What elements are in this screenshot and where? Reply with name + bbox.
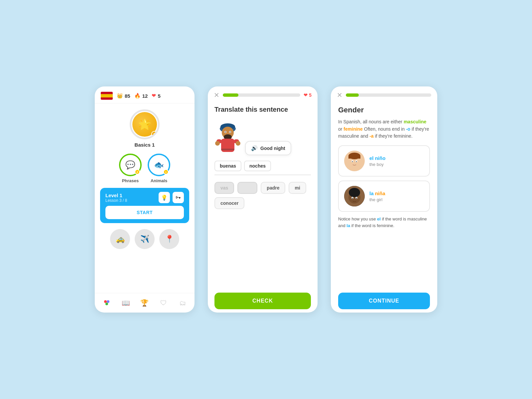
- basics-badge: 5: [151, 131, 157, 137]
- crown-stat: 👑 85: [117, 93, 130, 99]
- word-token-mi[interactable]: mi: [289, 182, 306, 194]
- flag-top: [101, 92, 113, 94]
- word-token-vas[interactable]: vas: [214, 182, 234, 194]
- level-header: Level 1 Lesson 3 / 8 💡 🗝: [105, 192, 184, 203]
- speech-bubble: 🔊 Good night: [245, 141, 291, 155]
- word-bank: vas padre mi conocer: [214, 182, 311, 209]
- key-button[interactable]: 🗝: [173, 192, 184, 203]
- girl-spanish: la niña: [369, 191, 385, 196]
- la-label: la: [369, 191, 375, 196]
- continue-button[interactable]: CONTINUE: [338, 293, 430, 309]
- bottom-nav: 📖 🏆 🛡 🗂: [95, 293, 195, 313]
- word-token-conocer[interactable]: conocer: [214, 197, 244, 209]
- locked-lessons: 🚕 ✈️ 📍: [110, 227, 179, 251]
- home-header: 👑 85 🔥 12 ❤ 5: [95, 86, 195, 103]
- fire-icon: 🔥: [134, 93, 141, 99]
- gender-screen: ✕ Gender In Spanish, all nouns are eithe…: [331, 86, 437, 313]
- answer-area[interactable]: buenas noches: [214, 161, 311, 175]
- phrases-wrap[interactable]: 💬 2 Phrases: [119, 154, 142, 183]
- check-button[interactable]: CHECK: [214, 293, 311, 309]
- character-illustration: [214, 119, 241, 155]
- girl-avatar: [344, 186, 365, 206]
- svg-point-14: [215, 141, 220, 146]
- start-button[interactable]: START: [105, 206, 184, 219]
- answer-token-buenas[interactable]: buenas: [214, 161, 241, 171]
- svg-point-26: [349, 188, 360, 197]
- basics-circle[interactable]: 🌟 5: [130, 109, 160, 139]
- sub-lessons: 💬 2 Phrases 🐟 1 Animals: [119, 154, 170, 183]
- gender-progress-bar: [346, 93, 431, 97]
- nav-achievements[interactable]: 🏆: [139, 297, 150, 309]
- svg-point-0: [104, 300, 107, 303]
- word-token-padre[interactable]: padre: [261, 182, 285, 194]
- locked-lesson-1: 🚕: [110, 229, 130, 249]
- gender-desc-end: if they're feminine.: [374, 133, 413, 139]
- nav-learn[interactable]: 📖: [120, 297, 131, 309]
- flag-middle: [101, 94, 113, 97]
- svg-point-1: [107, 300, 109, 303]
- gender-note: Notice how you use el if the word is mas…: [338, 216, 430, 229]
- heart-value: 5: [158, 93, 160, 99]
- gender-desc-or: or: [338, 126, 343, 132]
- level-panel: Level 1 Lesson 3 / 8 💡 🗝 START: [100, 188, 189, 223]
- gender-description: In Spanish, all nouns are either masculi…: [338, 118, 430, 140]
- girl-english: the girl: [369, 197, 385, 202]
- heart-icon: ❤: [152, 93, 156, 99]
- close-button[interactable]: ✕: [214, 92, 219, 98]
- girl-text: la niña the girl: [369, 191, 385, 202]
- boy-spanish: el niño: [369, 155, 385, 161]
- locked-lesson-3: 📍: [159, 229, 179, 249]
- crown-icon: 👑: [117, 93, 123, 99]
- animals-badge: 1: [163, 169, 169, 175]
- home-body: 🌟 5 Basics 1 💬 2 Phrases 🐟 1 Animals: [95, 103, 195, 293]
- heart-icon-translate: ❤: [304, 92, 308, 98]
- svg-point-29: [352, 198, 353, 199]
- gender-desc-mid: Often, nouns end in: [363, 126, 406, 132]
- gender-title: Gender: [338, 106, 430, 114]
- gender-close-button[interactable]: ✕: [337, 92, 342, 98]
- feminine-label: feminine: [343, 126, 363, 132]
- nina-label: niña: [375, 191, 385, 196]
- el-label: el: [369, 155, 375, 161]
- gender-body: Gender In Spanish, all nouns are either …: [331, 102, 437, 313]
- lightbulb-button[interactable]: 💡: [159, 192, 170, 203]
- locked-lesson-2: ✈️: [135, 229, 155, 249]
- basics-label: Basics 1: [135, 142, 155, 148]
- phrases-icon: 💬: [125, 160, 135, 170]
- word-token-placeholder1[interactable]: [237, 182, 257, 194]
- phrases-circle[interactable]: 💬 2: [119, 154, 142, 176]
- gender-desc-intro: In Spanish, all nouns are either: [338, 119, 404, 124]
- nav-home[interactable]: [101, 297, 112, 309]
- svg-rect-16: [221, 149, 234, 150]
- boy-text: el niño the boy: [369, 155, 385, 167]
- basics-section[interactable]: 🌟 5 Basics 1: [130, 109, 160, 148]
- animals-circle[interactable]: 🐟 1: [148, 154, 170, 176]
- translate-title: Translate this sentence: [214, 106, 311, 113]
- spain-flag: [101, 92, 113, 100]
- svg-point-9: [225, 132, 226, 133]
- speaker-icon[interactable]: 🔊: [251, 145, 258, 151]
- translate-screen: ✕ ❤ 5 Translate this sentence: [208, 86, 318, 313]
- animals-icon: 🐟: [154, 160, 164, 170]
- hearts-count: ❤ 5: [304, 92, 312, 98]
- level-icon-buttons: 💡 🗝: [159, 192, 184, 203]
- svg-rect-19: [348, 156, 360, 159]
- translate-header: ✕ ❤ 5: [208, 86, 318, 102]
- level-info: Level 1 Lesson 3 / 8: [105, 193, 127, 203]
- fire-value: 12: [142, 93, 148, 99]
- answer-token-noches[interactable]: noches: [244, 161, 271, 171]
- heart-stat: ❤ 5: [152, 93, 160, 99]
- a-ending: -a: [369, 133, 373, 139]
- svg-point-10: [230, 132, 231, 133]
- animals-wrap[interactable]: 🐟 1 Animals: [148, 154, 170, 183]
- svg-point-15: [236, 141, 240, 146]
- note-post: if the word is feminine.: [350, 223, 394, 228]
- svg-point-30: [356, 198, 357, 199]
- nav-shield[interactable]: 🛡: [158, 297, 169, 309]
- boy-english: the boy: [369, 162, 385, 167]
- nav-cards[interactable]: 🗂: [177, 297, 188, 309]
- gender-header: ✕: [331, 86, 437, 102]
- note-el: el: [377, 216, 381, 221]
- home-screen: 👑 85 🔥 12 ❤ 5 🌟 5 Basics 1 💬 2: [95, 86, 195, 313]
- translate-body: Translate this sentence: [208, 102, 318, 313]
